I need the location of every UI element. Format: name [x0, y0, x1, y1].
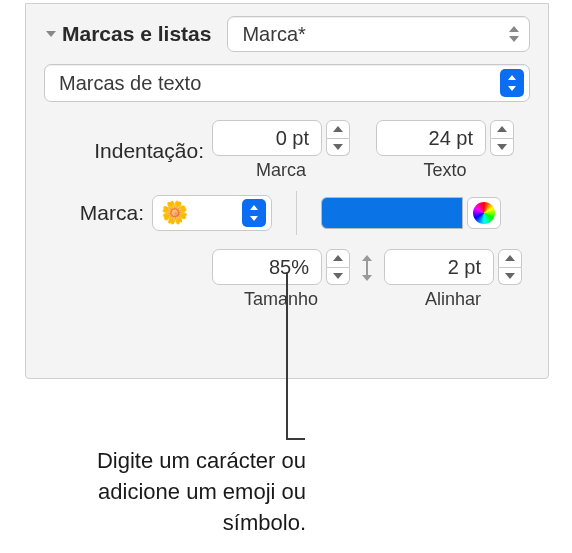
bullet-type-value: Marcas de texto [45, 72, 500, 95]
indent-label: Indentação: [44, 139, 212, 163]
updown-icon [499, 25, 529, 43]
indent-row: Indentação: Marca [44, 120, 530, 181]
bullet-type-popup[interactable]: Marcas de texto [44, 64, 530, 102]
align-group: Alinhar [384, 249, 522, 310]
align-sublabel: Alinhar [425, 289, 481, 310]
stepper-up-button[interactable] [326, 120, 350, 139]
bullet-type-row: Marcas de texto [44, 64, 530, 102]
color-wheel-icon [473, 202, 495, 224]
stepper-down-button[interactable] [498, 268, 522, 286]
list-style-popup[interactable]: Marca* [227, 16, 530, 52]
stepper-up-button[interactable] [490, 120, 514, 139]
indent-texto-group: Texto [376, 120, 514, 181]
updown-icon [242, 199, 266, 227]
color-swatch[interactable] [321, 197, 463, 229]
list-style-value: Marca* [228, 23, 499, 46]
callout-text: Digite um carácter ou adicione um emoji … [60, 446, 306, 538]
stepper-up-button[interactable] [498, 249, 522, 268]
marca-label: Marca: [44, 201, 152, 225]
bullet-color-controls [321, 197, 501, 229]
section-title: Marcas e listas [62, 22, 211, 46]
align-field[interactable] [384, 249, 494, 285]
indent-steppers: Marca Texto [212, 120, 514, 181]
indent-texto-field[interactable] [376, 120, 486, 156]
callout-leader-end [287, 438, 305, 440]
size-group: Tamanho [212, 249, 350, 310]
section-header-row: Marcas e listas Marca* [44, 16, 530, 52]
indent-marca-group: Marca [212, 120, 350, 181]
marca-row: Marca: 🌼 [44, 191, 530, 235]
stepper-down-button[interactable] [490, 139, 514, 157]
size-field[interactable] [212, 249, 322, 285]
stepper-down-button[interactable] [326, 139, 350, 157]
bullet-character-popup[interactable]: 🌼 [152, 195, 272, 231]
indent-texto-sublabel: Texto [423, 160, 466, 181]
color-picker-button[interactable] [467, 197, 501, 229]
bullet-emoji: 🌼 [153, 200, 242, 226]
callout-leader-line [286, 272, 288, 440]
stepper-up-button[interactable] [326, 249, 350, 268]
indent-marca-sublabel: Marca [256, 160, 306, 181]
vertical-divider [296, 191, 297, 235]
vertical-align-icon [350, 249, 384, 281]
updown-icon [500, 69, 524, 97]
size-sublabel: Tamanho [244, 289, 318, 310]
indent-marca-field[interactable] [212, 120, 322, 156]
stepper-down-button[interactable] [326, 268, 350, 286]
disclosure-triangle-icon[interactable] [44, 27, 58, 41]
